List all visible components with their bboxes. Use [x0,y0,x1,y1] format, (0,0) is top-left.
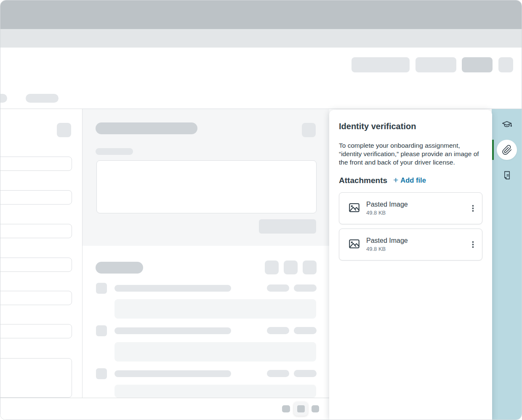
quiz-toolbar-square-3[interactable] [303,261,317,274]
header-action-placeholder-3[interactable] [462,57,493,72]
attachment-card[interactable]: Pasted Image 49.8 KB [339,229,482,261]
add-file-button[interactable]: + Add file [393,176,426,184]
kebab-menu-icon[interactable] [471,202,475,214]
header-action-placeholder-4[interactable] [498,57,513,72]
attachment-info: Pasted Image 49.8 KB [366,201,408,216]
question-badge-1a [267,284,289,292]
tray-description: To complete your onboarding assignment, … [339,141,482,167]
attachment-list: Pasted Image 49.8 KB Pasted Image 49 [339,192,482,261]
breadcrumb-avatar-placeholder [0,94,7,103]
attachments-heading: Attachments [339,176,387,185]
add-file-label: Add file [400,176,426,184]
tray-title: Identity verification [339,121,482,131]
question-text-placeholder-3 [115,370,231,377]
graduation-cap-icon [501,120,512,130]
answer-area-1[interactable] [115,299,316,319]
assignment-title-placeholder [96,122,197,134]
sidebar-input-1[interactable] [0,157,72,171]
image-icon [348,202,360,215]
sidebar-input-3[interactable] [0,224,72,238]
answer-area-2[interactable] [115,342,316,362]
sidebar-input-5[interactable] [0,291,72,305]
app-window: Identity verification To complete your o… [0,0,522,420]
sidebar-input-4[interactable] [0,258,72,272]
attachment-card[interactable]: Pasted Image 49.8 KB [339,192,482,224]
top-navigation-bar [0,0,522,29]
attachment-name: Pasted Image [366,237,408,245]
document-icon [502,170,512,181]
page-next-button[interactable] [312,405,319,412]
question-badge-1b [294,284,317,292]
page-current-indicator [297,405,305,412]
sidebar-input-2[interactable] [0,190,72,205]
question-badge-3b [294,370,317,377]
assignment-textbox[interactable] [96,160,317,213]
page-current-button[interactable] [294,402,308,416]
attachment-size: 49.8 KB [366,246,408,252]
paperclip-button-active[interactable] [497,140,517,160]
document-button[interactable] [497,165,517,185]
plus-icon: + [393,177,398,183]
question-bullet-1 [96,283,107,294]
question-text-placeholder-2 [115,327,231,334]
image-icon [348,238,360,252]
sidebar-textarea[interactable] [0,358,72,398]
breadcrumb-pill-placeholder [26,94,59,103]
sidebar-input-6[interactable] [0,324,72,338]
question-text-placeholder-1 [115,285,231,292]
header-action-placeholder-2[interactable] [415,57,456,72]
question-bullet-2 [96,325,107,336]
attachment-size: 49.8 KB [366,210,408,216]
question-badge-3a [267,370,289,377]
sidebar-action-square[interactable] [57,123,71,137]
answer-area-3[interactable] [115,385,316,398]
quiz-toolbar-square-1[interactable] [265,261,279,274]
quiz-title-placeholder [96,262,143,274]
secondary-navigation-bar [0,29,522,48]
assignment-action-square[interactable] [302,123,316,137]
field-label-placeholder [96,148,133,155]
page-prev-button[interactable] [282,405,290,412]
question-bullet-3 [96,368,107,379]
kebab-menu-icon[interactable] [471,239,475,250]
question-badge-2a [267,327,289,334]
paperclip-icon [502,145,512,155]
footer-bar [0,398,329,420]
attachment-name: Pasted Image [366,201,408,208]
attachments-header: Attachments + Add file [339,176,482,185]
submit-button-placeholder[interactable] [259,219,316,234]
header-action-placeholder-1[interactable] [352,57,410,72]
attachment-info: Pasted Image 49.8 KB [366,237,408,252]
quiz-toolbar-square-2[interactable] [284,261,298,274]
identity-verification-tray: Identity verification To complete your o… [329,110,492,420]
question-badge-2b [294,327,317,334]
graduation-cap-button[interactable] [497,115,517,135]
